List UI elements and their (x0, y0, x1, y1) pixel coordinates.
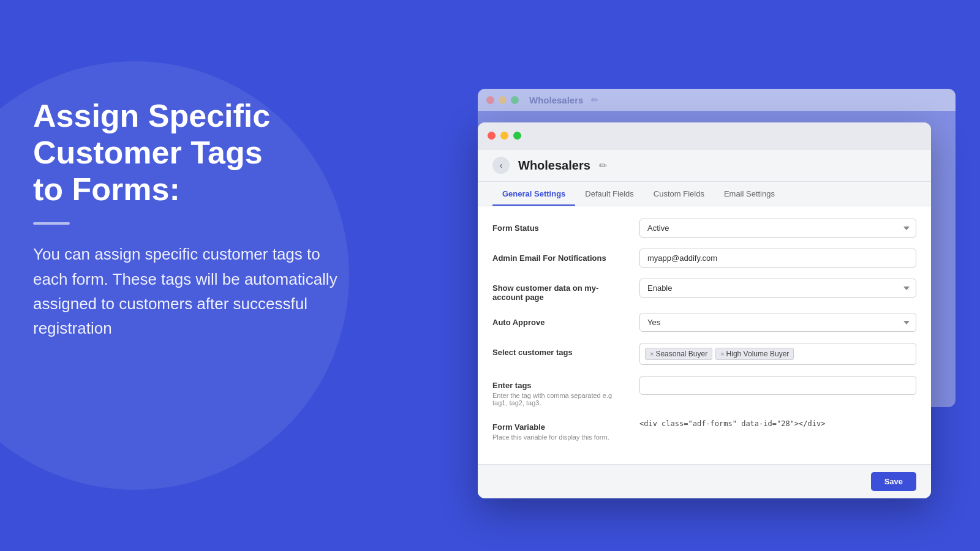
form-body: Form Status Active Inactive Admin Email … (478, 206, 931, 464)
label-form-variable-sub: Place this variable for display this for… (492, 433, 627, 441)
form-footer: Save (478, 464, 931, 498)
titlebar (478, 122, 931, 149)
label-enter-tags: Enter tags Enter the tag with comma sepa… (492, 376, 627, 407)
label-customer-tags: Select customer tags (492, 343, 627, 357)
label-auto-approve: Auto Approve (492, 313, 627, 327)
tabs-bar: General Settings Default Fields Custom F… (478, 182, 931, 206)
main-heading: Assign Specific Customer Tags to Forms: (33, 98, 339, 208)
tag-seasonal-buyer: × Seasonal Buyer (645, 348, 712, 360)
save-button[interactable]: Save (871, 472, 916, 491)
back-arrow-icon: ‹ (500, 161, 503, 170)
fg-window: ‹ Wholesalers ✏ General Settings Default… (478, 122, 931, 498)
control-show-customer: Enable Disable (639, 279, 916, 298)
form-row-show-customer: Show customer data on my-account page En… (492, 279, 916, 302)
window-title: Wholesalers (518, 159, 590, 173)
left-panel: Assign Specific Customer Tags to Forms: … (33, 98, 339, 341)
description-text: You can assign specific customer tags to… (33, 242, 339, 340)
window-header: ‹ Wholesalers ✏ (478, 149, 931, 182)
bg-dot-green (511, 96, 519, 104)
form-row-auto-approve: Auto Approve Yes No (492, 313, 916, 332)
label-form-variable: Form Variable Place this variable for di… (492, 418, 627, 441)
form-row-status: Form Status Active Inactive (492, 219, 916, 238)
divider-line (33, 222, 70, 225)
input-admin-email[interactable] (639, 249, 916, 268)
label-admin-email: Admin Email For Notifications (492, 249, 627, 263)
form-row-email: Admin Email For Notifications (492, 249, 916, 268)
input-enter-tags[interactable] (639, 376, 916, 395)
form-row-enter-tags: Enter tags Enter the tag with comma sepa… (492, 376, 916, 407)
back-button[interactable]: ‹ (492, 157, 510, 174)
label-enter-tags-sub: Enter the tag with comma separated e.g t… (492, 392, 627, 407)
form-variable-code: <div class="adf-forms" data-id="28"></di… (639, 414, 825, 428)
tab-default-fields[interactable]: Default Fields (575, 182, 643, 206)
bg-dot-red (486, 96, 494, 104)
label-form-status: Form Status (492, 219, 627, 233)
tag-remove-seasonal[interactable]: × (650, 350, 654, 358)
select-form-status[interactable]: Active Inactive (639, 219, 916, 238)
dot-green[interactable] (513, 132, 521, 140)
bg-titlebar: Wholesalers ✏ (478, 89, 956, 111)
control-form-status: Active Inactive (639, 219, 916, 238)
bg-edit-icon: ✏ (591, 95, 598, 105)
tab-custom-fields[interactable]: Custom Fields (644, 182, 714, 206)
control-auto-approve: Yes No (639, 313, 916, 332)
dot-red[interactable] (488, 132, 496, 140)
bg-dot-yellow (499, 96, 507, 104)
tab-email-settings[interactable]: Email Settings (714, 182, 785, 206)
form-row-form-variable: Form Variable Place this variable for di… (492, 418, 916, 441)
select-auto-approve[interactable]: Yes No (639, 313, 916, 332)
dot-yellow[interactable] (500, 132, 508, 140)
bg-window-title: Wholesalers (529, 95, 583, 105)
control-form-variable: <div class="adf-forms" data-id="28"></di… (639, 418, 916, 429)
control-customer-tags: × Seasonal Buyer × High Volume Buyer (639, 343, 916, 365)
tags-input[interactable]: × Seasonal Buyer × High Volume Buyer (639, 343, 916, 365)
control-enter-tags (639, 376, 916, 395)
tag-high-volume-buyer: × High Volume Buyer (715, 348, 794, 360)
form-row-customer-tags: Select customer tags × Seasonal Buyer × … (492, 343, 916, 365)
control-admin-email (639, 249, 916, 268)
label-show-customer: Show customer data on my-account page (492, 279, 627, 302)
tab-general-settings[interactable]: General Settings (492, 182, 575, 206)
tag-remove-high-volume[interactable]: × (720, 350, 724, 358)
select-show-customer[interactable]: Enable Disable (639, 279, 916, 298)
edit-icon[interactable]: ✏ (599, 160, 607, 171)
